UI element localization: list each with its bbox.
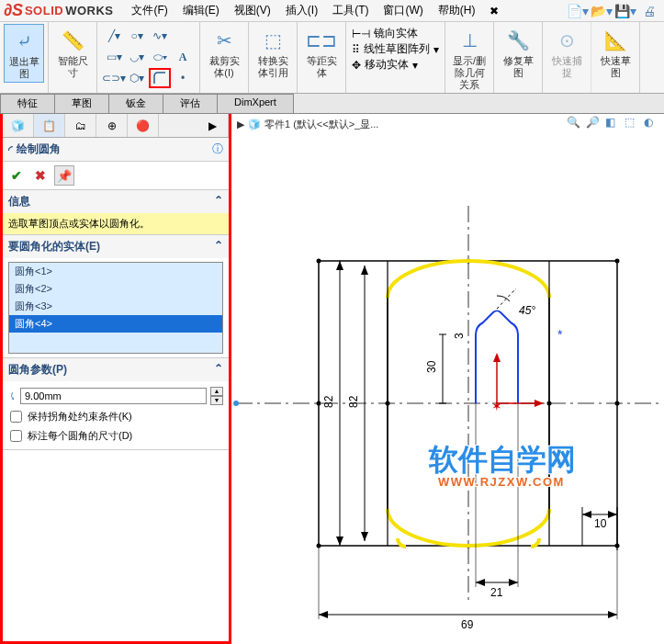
svg-marker-28 (336, 537, 343, 546)
zoom-fit-icon[interactable]: 🔍 (567, 116, 583, 132)
breadcrumb-text[interactable]: 零件1 (默认<<默认>_显... (264, 118, 378, 131)
relations-label: 显示/删除几何关系 (451, 55, 488, 92)
menu-view[interactable]: 视图(V) (227, 1, 278, 20)
svg-point-2 (233, 401, 239, 406)
entity-list[interactable]: 圆角<1> 圆角<2> 圆角<3> 圆角<4> (8, 262, 223, 354)
spline-tool-icon[interactable]: ∿▾ (149, 26, 171, 46)
pattern-icon: ⠿ (352, 43, 360, 56)
qat-open-icon[interactable]: 📂▾ (591, 2, 613, 20)
menu-edit[interactable]: 编辑(E) (175, 1, 227, 20)
svg-marker-39 (509, 579, 518, 586)
dim-69: 69 (461, 618, 474, 631)
move-button[interactable]: ✥移动实体▾ (352, 57, 418, 73)
display-style-icon[interactable]: ◐ (644, 116, 660, 132)
entity-item[interactable]: 圆角<2> (9, 280, 222, 298)
spin-down-icon[interactable]: ▼ (210, 396, 223, 405)
smart-dim-label: 智能尺寸 (54, 55, 91, 79)
display-relations-button[interactable]: ⊥ 显示/删除几何关系 (449, 24, 490, 94)
entities-header[interactable]: 要圆角化的实体(E)⌃ (3, 235, 229, 258)
graphics-area[interactable]: ▶ 🧊 零件1 (默认<<默认>_显... 🔍 🔎 ◧ ⬚ ◐ (231, 114, 664, 644)
fm-tab-dimxpert-icon[interactable]: ⊕ (96, 114, 128, 137)
svg-point-22 (547, 401, 552, 406)
part-icon: 🧊 (248, 119, 261, 130)
dropdown-icon: ▾ (412, 59, 418, 72)
trim-label: 裁剪实体(I) (206, 55, 242, 79)
entity-item[interactable]: 圆角<3> (9, 298, 222, 315)
slot-tool-icon[interactable]: ⊂⊃▾ (103, 68, 125, 88)
ribbon-group-snap: ⊙ 快速捕捉 (543, 22, 591, 93)
zoom-area-icon[interactable]: 🔎 (586, 116, 602, 132)
offset-button[interactable]: ⊏⊐ 等距实体 (301, 24, 342, 81)
qat-new-icon[interactable]: 📄▾ (567, 2, 589, 20)
keep-constraints-input[interactable] (10, 411, 22, 423)
tab-sheetmetal[interactable]: 钣金 (108, 94, 163, 113)
cancel-button[interactable]: ✖ (30, 165, 51, 186)
fillet-tool-icon[interactable] (149, 68, 171, 88)
tab-evaluate[interactable]: 评估 (163, 94, 218, 113)
logo-text-works: WORKS (65, 4, 113, 17)
point-tool-icon[interactable]: • (172, 68, 194, 88)
qat-save-icon[interactable]: 💾▾ (614, 2, 636, 20)
menu-help[interactable]: 帮助(H) (431, 1, 483, 20)
qat-print-icon[interactable]: 🖨 (638, 2, 660, 20)
repair-icon: 🔧 (503, 26, 533, 55)
tab-feature[interactable]: 特征 (0, 94, 55, 113)
view-orient-icon[interactable]: ⬚ (625, 116, 641, 132)
breadcrumb-expand-icon[interactable]: ▶ (237, 119, 244, 130)
text-tool-icon[interactable]: A (172, 47, 194, 67)
spin-up-icon[interactable]: ▲ (210, 387, 223, 396)
menu-file[interactable]: 文件(F) (124, 1, 174, 20)
menu-window[interactable]: 窗口(W) (376, 1, 430, 20)
label-each-checkbox[interactable]: 标注每个圆角的尺寸(D) (8, 426, 223, 446)
exit-sketch-button[interactable]: ⤶ 退出草图 (4, 24, 44, 83)
params-header[interactable]: 圆角参数(P)⌃ (3, 358, 229, 381)
relations-icon: ⊥ (455, 26, 484, 55)
repair-button[interactable]: 🔧 修复草图 (498, 24, 538, 81)
ok-button[interactable]: ✔ (6, 165, 27, 186)
rectangle-tool-icon[interactable]: ▭▾ (103, 47, 125, 67)
fm-tab-display-icon[interactable]: 🔴 (128, 114, 159, 137)
fm-tab-property-icon[interactable]: 📋 (34, 114, 65, 137)
section-icon[interactable]: ◧ (605, 116, 622, 132)
info-header[interactable]: 信息⌃ (3, 190, 229, 213)
smart-dimension-button[interactable]: 📏 智能尺寸 (52, 24, 93, 81)
menu-insert[interactable]: 插入(I) (278, 1, 325, 20)
collapse-icon: ⌃ (214, 362, 223, 378)
entities-section: 要圆角化的实体(E)⌃ 圆角<1> 圆角<2> 圆角<3> 圆角<4> (3, 235, 229, 358)
linear-pattern-button[interactable]: ⠿线性草图阵列▾ (352, 41, 439, 57)
quick-sketch-button[interactable]: 📐 快速草图 (595, 24, 636, 81)
fm-tab-config-icon[interactable]: 🗂 (65, 114, 96, 137)
pin-button[interactable]: 📌 (54, 165, 74, 186)
menu-search-icon[interactable]: ✖ (482, 3, 506, 19)
entity-item-selected[interactable]: 圆角<4> (9, 315, 222, 333)
arc-tool-icon[interactable]: ◡▾ (126, 47, 148, 67)
trim-button[interactable]: ✂ 裁剪实体(I) (204, 24, 244, 81)
ribbon-group-sketch: ⤶ 退出草图 (0, 22, 49, 93)
dim-3: 3 (453, 333, 466, 339)
ellipse-tool-icon[interactable]: ⬭▾ (149, 47, 171, 67)
info-header-label: 信息 (8, 194, 30, 209)
entity-item[interactable]: 圆角<1> (9, 263, 222, 280)
mirror-button[interactable]: ⊢⊣镜向实体 (352, 26, 418, 41)
help-icon[interactable]: ⓘ (212, 141, 223, 157)
circle-tool-icon[interactable]: ○▾ (126, 26, 148, 46)
ribbon-group-trim: ✂ 裁剪实体(I) (200, 22, 249, 93)
convert-button[interactable]: ⬚ 转换实体引用 (253, 24, 293, 81)
radius-spinner: ▲ ▼ (210, 387, 223, 405)
fm-tab-flyout-icon[interactable]: ▶ (197, 114, 229, 137)
sketch-drawing: * ✶ 45° 3 30 82 82 (231, 132, 663, 644)
svg-marker-17 (535, 400, 544, 407)
fm-tab-tree-icon[interactable]: 🧊 (3, 114, 34, 137)
entities-header-label: 要圆角化的实体(E) (8, 239, 100, 254)
keep-constraints-checkbox[interactable]: 保持拐角处约束条件(K) (8, 407, 223, 426)
polygon-tool-icon[interactable]: ⬡▾ (126, 68, 148, 88)
menu-tools[interactable]: 工具(T) (325, 1, 376, 20)
property-header: ◜ 绘制圆角 ⓘ (3, 138, 229, 162)
svg-marker-44 (608, 611, 617, 618)
tab-sketch[interactable]: 草图 (54, 94, 109, 113)
ribbon-group-offset: ⊏⊐ 等距实体 (298, 22, 346, 93)
radius-input[interactable] (20, 388, 207, 404)
label-each-input[interactable] (10, 430, 22, 442)
tab-dimxpert[interactable]: DimXpert (217, 94, 294, 113)
line-tool-icon[interactable]: ╱▾ (103, 26, 125, 46)
